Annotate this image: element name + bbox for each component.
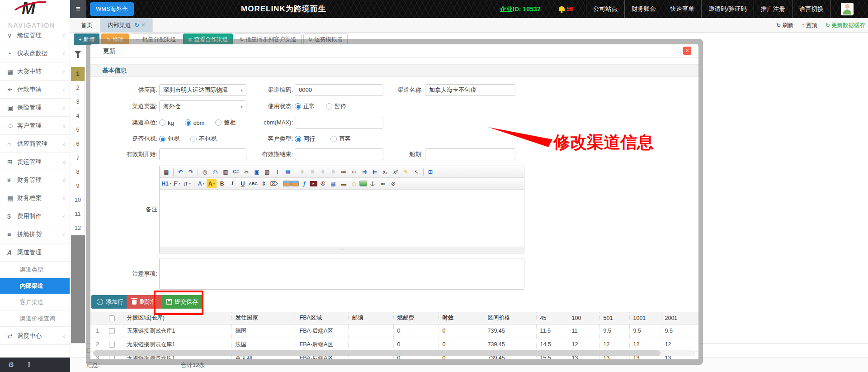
radio-option[interactable]: kg [159,119,174,126]
table-icon[interactable]: ▦ [328,179,338,188]
radio-option[interactable]: 正常 [295,102,315,110]
row-checkbox[interactable] [109,328,115,334]
multi-image-icon[interactable] [291,181,299,186]
editor-content-area[interactable] [160,190,524,247]
header-link[interactable]: 语言切换 [792,0,831,18]
paste-icon[interactable]: ▨ [262,167,272,176]
dialog-close-button[interactable]: × [683,47,691,55]
radio-option[interactable]: cbm [185,119,205,126]
channel-type-select[interactable]: 海外仓 ▾ [159,100,246,112]
sidebar-item[interactable]: 渠道价格查询 [0,310,70,327]
attachment-icon[interactable]: ✇ [318,179,328,188]
editor-status-bar[interactable]: ··· [160,247,524,253]
sidebar-item[interactable]: ∨ 舱位管理 ‹ [0,33,70,44]
menu-toggle-button[interactable]: ≡ [70,0,86,18]
valid-start-date-input[interactable] [159,148,246,160]
flash-icon[interactable]: ƒ [299,179,309,188]
header-checkbox-cell[interactable] [105,312,123,324]
radio-icon[interactable] [159,119,165,126]
workspace-button[interactable]: WMS海外仓 [90,2,134,16]
media-icon[interactable]: ▸ [310,181,317,186]
line-height-icon[interactable]: ⇕ [259,179,269,188]
align-center-icon[interactable]: ≡ [307,167,317,176]
sidebar-item[interactable]: ⊞ 货运管理 ‹ [0,153,70,171]
heading-format-icon[interactable]: H1 [161,179,171,188]
header-link[interactable]: 推广注册 [754,0,792,18]
remove-format-icon[interactable]: ⌦ [269,179,279,188]
radio-option[interactable]: 直客 [330,135,351,143]
sidebar-item[interactable]: ☺ 客户管理 ‹ [0,117,70,135]
undo-icon[interactable]: ↶ [175,167,185,176]
sidebar-item[interactable]: ▤ 财务档案 ‹ [0,189,70,207]
radio-icon[interactable] [295,103,301,110]
source-icon[interactable]: ▤ [161,167,171,176]
quickformat-icon[interactable]: ✎ [401,167,411,176]
avatar[interactable] [841,3,854,15]
indent-icon[interactable]: ⇉ [359,167,369,176]
radio-icon[interactable] [295,136,301,142]
dialog-title-bar[interactable]: 更新 × [90,44,698,58]
strikethrough-icon[interactable]: ABC [248,179,258,188]
header-link[interactable]: 公司站点 [586,0,624,18]
tab-close-icon[interactable]: × [142,21,145,29]
print-icon[interactable]: ⎙ [210,167,220,176]
radio-option[interactable]: 不包税 [190,135,217,143]
header-link[interactable]: 邀请码/验证码 [701,0,754,18]
bold-icon[interactable]: B [217,179,227,188]
row-checkbox[interactable] [109,342,115,348]
radio-option[interactable]: 整柜 [215,119,236,127]
channel-name-input[interactable]: 加拿大海卡不包税 [425,84,515,96]
fullscreen-icon[interactable]: ⊡ [425,167,435,176]
horizontal-scrollbar-thumb[interactable] [93,350,660,356]
radio-option[interactable]: 同行 [295,135,315,143]
sidebar-item[interactable]: 内部渠道 [0,278,70,294]
sidebar-item[interactable]: ¥ 财务管理 ‹ [0,171,70,189]
select-all-checkbox[interactable] [109,315,115,321]
anchor-icon[interactable]: ⚓ [368,179,377,188]
text-color-icon[interactable]: A [196,179,206,188]
redo-icon[interactable]: ↷ [186,167,196,176]
subscript-icon[interactable]: x₂ [380,167,390,176]
settings-gear-icon[interactable]: ⚙ [8,358,14,372]
sidebar-item[interactable]: ☝ 供应商管理 ‹ [0,135,70,153]
ship-date-input[interactable] [425,148,515,160]
sidebar-item[interactable]: ▣ 保险管理 ‹ [0,99,70,117]
sidebar-item[interactable]: A 渠道管理 [0,243,70,262]
radio-icon[interactable] [185,119,191,126]
sidebar-item[interactable]: 客户渠道 [0,294,70,310]
sidebar-item[interactable]: ⇄ 调度中心 ‹ [0,327,70,345]
tab-refresh-icon[interactable]: ↻ [134,22,139,29]
download-icon[interactable]: ⇩ [26,358,32,372]
sidebar-item[interactable]: $ 费用制作 ‹ [0,207,70,225]
link-icon[interactable]: ∞ [378,179,388,188]
underline-icon[interactable]: U [238,179,248,188]
refresh-button[interactable]: ↻刷新 [776,22,793,29]
tab[interactable]: 内部渠道↻× [100,18,153,32]
filter-funnel-icon[interactable] [74,51,81,59]
cbm-max-input[interactable] [295,117,383,129]
emoticons-icon[interactable]: ☺ [349,179,359,188]
radio-option[interactable]: 暂停 [326,102,346,110]
copy-icon[interactable]: ▣ [252,167,262,176]
supplier-select[interactable]: 深圳市明大运达国际物流 ▾ [159,84,246,96]
horizontal-scrollbar-track[interactable] [93,350,695,356]
cut-icon[interactable]: ✂ [241,167,251,176]
radio-icon[interactable] [326,103,332,110]
paste-text-icon[interactable]: T [273,167,283,176]
unordered-list-icon[interactable]: ∺ [349,167,359,176]
tab[interactable]: 首页↻× [74,18,100,32]
align-right-icon[interactable]: ≡ [318,167,328,176]
align-justify-icon[interactable]: ≡ [328,167,338,176]
radio-icon[interactable] [215,119,222,126]
row-checkbox-cell[interactable] [105,324,123,338]
radio-icon[interactable] [190,136,197,142]
add-row-button[interactable]: +添加行 [91,295,129,309]
font-name-icon[interactable]: F [172,179,182,188]
sidebar-item[interactable]: ◔ 仪表盘数据 ‹ [0,44,70,62]
insert-image-icon[interactable] [283,181,291,186]
align-left-icon[interactable]: ≡ [297,167,307,176]
sidebar-item[interactable]: ≡ 拼舱拼货 ‹ [0,225,70,243]
selectall-icon[interactable]: ↖ [411,167,421,176]
sidebar-item[interactable]: ✒ 付款申请 ‹ [0,81,70,99]
notes-textarea[interactable] [159,258,524,290]
